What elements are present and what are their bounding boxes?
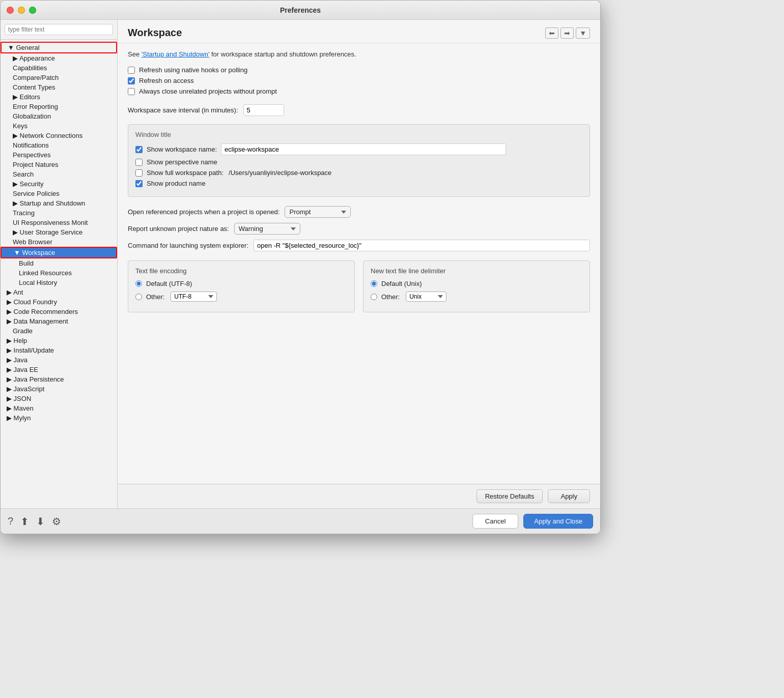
sidebar-item-data-management[interactable]: ▶ Data Management [1, 316, 117, 326]
startup-shutdown-link[interactable]: 'Startup and Shutdown' [142, 50, 210, 58]
content-header: Workspace ⬅ ➡ ▼ [118, 20, 600, 43]
delimiter-default-label: Default (Unix) [381, 280, 422, 287]
report-unknown-row: Report unknown project nature as: Warnin… [128, 223, 590, 235]
sidebar-item-service-policies[interactable]: Service Policies [1, 189, 117, 198]
minimize-button[interactable] [18, 7, 25, 14]
restore-defaults-button[interactable]: Restore Defaults [477, 489, 543, 503]
sidebar-item-web-browser[interactable]: Web Browser [1, 237, 117, 247]
maximize-button[interactable] [29, 7, 36, 14]
window-title-label: Window title [135, 131, 582, 138]
workspace-name-input[interactable] [221, 143, 506, 155]
show-full-path-label: Show full workspace path: [147, 169, 223, 177]
full-path-value: /Users/yuanliyin/eclipse-workspace [229, 169, 331, 177]
sidebar-item-network-connections[interactable]: ▶ Network Connections [1, 131, 117, 140]
delimiter-other-radio[interactable] [371, 294, 377, 300]
sidebar-item-appearance[interactable]: ▶ Appearance [1, 53, 117, 63]
show-workspace-name-label: Show workspace name: [147, 146, 217, 153]
show-full-path-row: Show full workspace path: /Users/yuanliy… [135, 169, 582, 177]
sidebar-item-search[interactable]: Search [1, 169, 117, 179]
sidebar-item-user-storage[interactable]: ▶ User Storage Service [1, 227, 117, 237]
sidebar-item-tracing[interactable]: Tracing [1, 208, 117, 218]
cancel-button[interactable]: Cancel [472, 514, 518, 529]
settings-icon[interactable]: ⚙ [52, 515, 61, 528]
encoding-other-select[interactable]: UTF-8 UTF-16 ISO-8859-1 [171, 292, 217, 302]
sidebar-item-java-persistence[interactable]: ▶ Java Persistence [1, 374, 117, 384]
text-encoding-title: Text file encoding [135, 267, 347, 275]
sidebar-item-ant[interactable]: ▶ Ant [1, 287, 117, 297]
sidebar-item-build[interactable]: Build [1, 258, 117, 268]
back-button[interactable]: ⬅ [545, 27, 558, 39]
encoding-default-radio[interactable] [135, 280, 142, 287]
show-perspective-name-checkbox[interactable] [135, 159, 143, 166]
save-interval-input[interactable] [243, 104, 284, 116]
apply-button[interactable]: Apply [548, 489, 590, 503]
refresh-native-label: Refresh using native hooks or polling [139, 66, 247, 74]
sidebar-item-general[interactable]: ▼ General [1, 42, 117, 53]
refresh-native-row: Refresh using native hooks or polling [128, 66, 590, 74]
sidebar-item-java[interactable]: ▶ Java [1, 355, 117, 365]
window-title: Preferences [280, 6, 321, 14]
sidebar-item-java-ee[interactable]: ▶ Java EE [1, 365, 117, 374]
encoding-other-radio[interactable] [135, 294, 142, 300]
footer-buttons: Cancel Apply and Close [472, 514, 593, 529]
command-input[interactable] [254, 240, 590, 251]
refresh-native-checkbox[interactable] [128, 67, 135, 74]
help-icon[interactable]: ? [8, 515, 13, 527]
sidebar-item-error-reporting[interactable]: Error Reporting [1, 102, 117, 111]
sidebar-item-maven[interactable]: ▶ Maven [1, 403, 117, 413]
info-link-area: See 'Startup and Shutdown' for workspace… [128, 50, 590, 58]
sidebar-item-install-update[interactable]: ▶ Install/Update [1, 345, 117, 355]
sidebar-item-workspace[interactable]: ▼ Workspace [1, 247, 117, 258]
sidebar-item-content-types[interactable]: Content Types [1, 82, 117, 92]
always-close-checkbox[interactable] [128, 88, 135, 95]
show-full-path-checkbox[interactable] [135, 169, 143, 177]
export-icon[interactable]: ⬇ [36, 515, 45, 528]
always-close-row: Always close unrelated projects without … [128, 88, 590, 95]
close-button[interactable] [7, 7, 14, 14]
refresh-access-checkbox[interactable] [128, 77, 135, 84]
report-unknown-select[interactable]: Warning Error Ignore [234, 223, 300, 235]
open-referenced-select[interactable]: Prompt Always Never [285, 206, 351, 218]
apply-close-button[interactable]: Apply and Close [523, 514, 593, 529]
command-label: Command for launching system explorer: [128, 242, 248, 249]
action-bar: Restore Defaults Apply [118, 484, 600, 508]
sidebar-item-security[interactable]: ▶ Security [1, 179, 117, 189]
sidebar-item-keys[interactable]: Keys [1, 121, 117, 131]
encoding-other-label: Other: [146, 293, 164, 301]
sidebar-item-capabilities[interactable]: Capabilities [1, 63, 117, 73]
forward-button[interactable]: ➡ [561, 27, 574, 39]
sidebar-item-project-natures[interactable]: Project Natures [1, 160, 117, 169]
sidebar-item-help[interactable]: ▶ Help [1, 336, 117, 345]
show-workspace-name-checkbox[interactable] [135, 146, 143, 153]
footer-icons: ? ⬆ ⬇ ⚙ [8, 515, 61, 528]
sidebar-item-code-recommenders[interactable]: ▶ Code Recommenders [1, 307, 117, 316]
import-icon[interactable]: ⬆ [20, 515, 29, 528]
sidebar-item-cloud-foundry[interactable]: ▶ Cloud Foundry [1, 297, 117, 307]
sidebar-item-ui-responsiveness[interactable]: UI Responsiveness Monit [1, 218, 117, 227]
refresh-access-row: Refresh on access [128, 77, 590, 84]
sidebar-item-perspectives[interactable]: Perspectives [1, 150, 117, 160]
sidebar-item-notifications[interactable]: Notifications [1, 140, 117, 150]
sidebar-search-area[interactable] [1, 20, 117, 40]
sidebar-item-editors[interactable]: ▶ Editors [1, 92, 117, 102]
report-unknown-label: Report unknown project nature as: [128, 225, 229, 232]
sidebar-item-javascript[interactable]: ▶ JavaScript [1, 384, 117, 394]
menu-button[interactable]: ▼ [576, 27, 590, 39]
sidebar-item-mylyn[interactable]: ▶ Mylyn [1, 413, 117, 423]
sidebar-item-gradle[interactable]: Gradle [1, 326, 117, 336]
window-controls[interactable] [7, 7, 36, 14]
nav-arrows[interactable]: ⬅ ➡ ▼ [545, 27, 590, 39]
refresh-section: Refresh using native hooks or polling Re… [128, 66, 590, 95]
sidebar-item-compare-patch[interactable]: Compare/Patch [1, 73, 117, 82]
sidebar-item-startup-shutdown[interactable]: ▶ Startup and Shutdown [1, 198, 117, 208]
sidebar-item-json[interactable]: ▶ JSON [1, 394, 117, 403]
sidebar-item-local-history[interactable]: Local History [1, 278, 117, 287]
sidebar-item-globalization[interactable]: Globalization [1, 111, 117, 121]
sidebar-item-linked-resources[interactable]: Linked Resources [1, 268, 117, 278]
show-product-name-checkbox[interactable] [135, 180, 143, 187]
delimiter-default-radio[interactable] [371, 280, 377, 287]
delimiter-other-select[interactable]: Unix Windows Mac [406, 292, 446, 302]
search-input[interactable] [5, 24, 113, 35]
sidebar: ▼ General▶ Appearance Capabilities Compa… [1, 20, 118, 508]
show-product-name-row: Show product name [135, 180, 582, 187]
